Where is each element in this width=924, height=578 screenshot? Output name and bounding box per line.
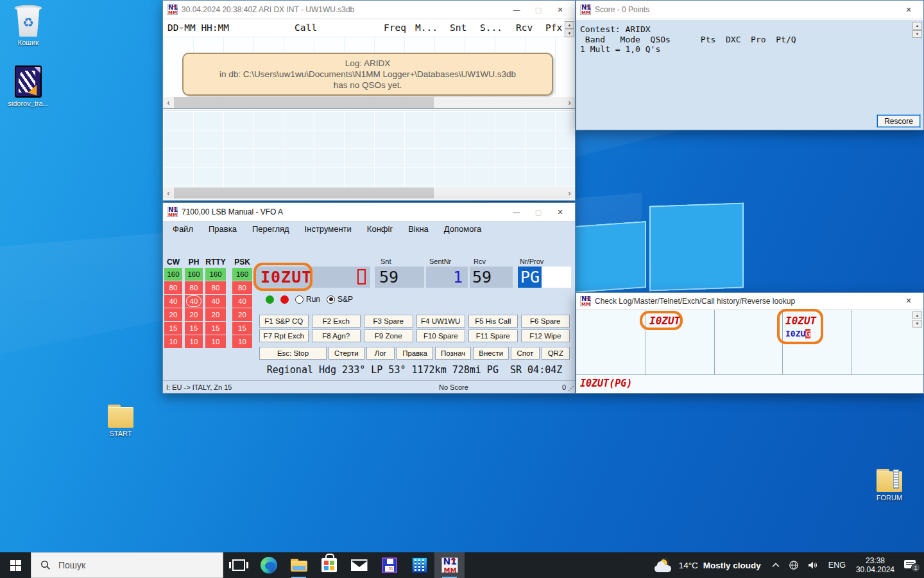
band-button[interactable]: 40 <box>164 295 182 308</box>
maximize-icon[interactable]: ▢ <box>527 203 549 221</box>
band-button[interactable]: 10 <box>232 335 252 348</box>
band-button[interactable]: 160 <box>205 268 226 281</box>
scroll-left-icon[interactable]: ‹ <box>163 189 174 198</box>
f5-button[interactable]: F5 His Call <box>468 315 518 328</box>
log-horizontal-scrollbar[interactable]: ‹ › <box>163 97 575 108</box>
qrz-button[interactable]: QRZ <box>542 347 570 360</box>
f9-button[interactable]: F9 Zone <box>364 329 413 342</box>
volume-button[interactable] <box>803 561 823 570</box>
floppy-app-button[interactable]: 31 <box>374 552 404 578</box>
band-button[interactable]: 15 <box>232 322 252 335</box>
f12-button[interactable]: F12 Wipe <box>521 329 570 342</box>
log-col-snt[interactable]: Snt <box>450 22 466 33</box>
scroll-left-icon[interactable]: ‹ <box>163 98 174 107</box>
f8-button[interactable]: F8 Agn? <box>312 329 361 342</box>
band-button[interactable]: 160 <box>232 268 252 281</box>
log-col-pfx[interactable]: Pfx <box>545 22 562 33</box>
weather-widget[interactable]: 14°C Mostly cloudy <box>648 558 767 572</box>
sp-radio[interactable]: S&P <box>327 295 353 304</box>
store-button[interactable]: Внести <box>473 347 509 360</box>
maximize-icon[interactable]: ▢ <box>527 1 549 19</box>
scroll-right-icon[interactable]: › <box>564 189 575 198</box>
scroll-up-icon[interactable]: ▲ <box>912 22 922 30</box>
check-master-suggestion[interactable]: I0ZUG <box>785 329 810 338</box>
menu-edit[interactable]: Правка <box>209 224 237 234</box>
spot-button[interactable]: Спот <box>511 347 539 360</box>
menu-view[interactable]: Перегляд <box>252 224 289 234</box>
n1mm-taskbar-button[interactable]: N1+MM <box>434 552 465 578</box>
band-button[interactable]: 80 <box>205 281 226 294</box>
mark-button[interactable]: Познач <box>435 347 471 360</box>
band-button[interactable]: 15 <box>164 322 182 335</box>
close-icon[interactable]: ✕ <box>898 1 920 19</box>
band-button[interactable]: 10 <box>164 335 182 348</box>
band-button[interactable]: 160 <box>185 268 203 281</box>
wipe-button[interactable]: Стерти <box>329 347 364 360</box>
entry-window-titlebar[interactable]: N1+MM 7100,00 LSB Manual - VFO A — ▢ ✕ <box>163 203 575 222</box>
check-window-titlebar[interactable]: N1+MM Check Log/Master/Telnet/Exch/Call … <box>576 293 923 310</box>
scroll-up-icon[interactable]: ▲ <box>912 311 922 319</box>
rescore-button[interactable]: Rescore <box>877 115 920 127</box>
menu-windows[interactable]: Вікна <box>408 224 429 234</box>
scroll-right-icon[interactable]: › <box>564 98 575 107</box>
scroll-down-icon[interactable]: ▼ <box>565 30 574 37</box>
snt-input[interactable]: 59 <box>375 267 424 288</box>
band-button[interactable]: 10 <box>205 335 226 348</box>
log-header-spinner[interactable]: ▲ ▼ <box>565 21 574 37</box>
score-window-titlebar[interactable]: N1+MM Score - 0 Points ✕ <box>576 1 923 19</box>
log-col-rcv[interactable]: Rcv <box>516 22 533 33</box>
file-explorer-button[interactable] <box>284 552 314 578</box>
scroll-up-icon[interactable]: ▲ <box>565 21 574 29</box>
f11-button[interactable]: F11 Spare <box>468 329 518 342</box>
action-center-button[interactable]: 1 <box>900 559 924 571</box>
clock[interactable]: 23:38 30.04.2024 <box>851 556 900 574</box>
desktop-icon-recycle-bin[interactable]: ♻ Кошик <box>4 5 53 46</box>
check-log-callsign[interactable]: I0ZUT <box>649 315 680 327</box>
band-button[interactable]: 40 <box>232 295 252 308</box>
resize-grip[interactable] <box>569 386 574 391</box>
taskbar-search-input[interactable]: Пошук <box>31 552 223 578</box>
desktop-icon-forum-folder[interactable]: FORUM <box>865 469 914 502</box>
f1-button[interactable]: F1 S&P CQ <box>259 315 309 328</box>
band-button[interactable]: 10 <box>185 335 203 348</box>
log-col-freq[interactable]: Freq <box>384 22 406 33</box>
scrollbar-thumb[interactable] <box>174 97 434 108</box>
log-col-call[interactable]: Call <box>295 22 317 33</box>
minimize-icon[interactable]: — <box>506 203 527 221</box>
f6-button[interactable]: F6 Spare <box>521 315 570 328</box>
band-button[interactable]: 15 <box>185 322 203 335</box>
sentnr-input[interactable]: 1 <box>426 267 468 288</box>
band-button[interactable]: 80 <box>232 281 252 294</box>
band-button-selected[interactable]: 40 <box>185 295 203 308</box>
f10-button[interactable]: F10 Spare <box>416 329 466 342</box>
log-col-s[interactable]: S... <box>480 22 502 33</box>
store-button[interactable] <box>314 552 344 578</box>
score-spinner[interactable]: ▲ ▼ <box>912 22 922 38</box>
close-icon[interactable]: ✕ <box>549 1 571 19</box>
nrprov-input[interactable]: PG <box>518 267 571 288</box>
menu-config[interactable]: Конфіг <box>367 224 393 234</box>
run-radio[interactable]: Run <box>295 295 320 304</box>
band-button[interactable]: 20 <box>205 308 226 321</box>
menu-tools[interactable]: Інструменти <box>305 224 352 234</box>
log-window-titlebar[interactable]: N1+MM 30.04.2024 20:38:40Z ARI DX INT - … <box>163 1 575 19</box>
archiver-button[interactable] <box>404 552 434 578</box>
band-button[interactable]: 15 <box>205 322 226 335</box>
band-button[interactable]: 160 <box>164 268 182 281</box>
show-hidden-icons-button[interactable] <box>767 563 784 568</box>
scroll-down-icon[interactable]: ▼ <box>912 320 922 328</box>
callsign-input[interactable]: I0ZUT <box>256 267 370 288</box>
edit-button[interactable]: Правка <box>397 347 433 360</box>
minimize-icon[interactable]: — <box>506 1 527 19</box>
menu-file[interactable]: Файл <box>173 224 193 234</box>
close-icon[interactable]: ✕ <box>549 203 571 221</box>
language-indicator[interactable]: ENG <box>823 561 851 570</box>
log-col-datetime[interactable]: DD-MM HH:MM <box>167 22 229 33</box>
band-button[interactable]: 80 <box>185 281 203 294</box>
band-button[interactable]: 20 <box>232 308 252 321</box>
check-spinner[interactable]: ▲ ▼ <box>912 311 922 328</box>
network-button[interactable] <box>784 560 803 570</box>
desktop-icon-sidorov-file[interactable]: sidorov_tra... <box>0 66 56 107</box>
f3-button[interactable]: F3 Spare <box>364 315 413 328</box>
esc-stop-button[interactable]: Esc: Stop <box>259 347 327 360</box>
